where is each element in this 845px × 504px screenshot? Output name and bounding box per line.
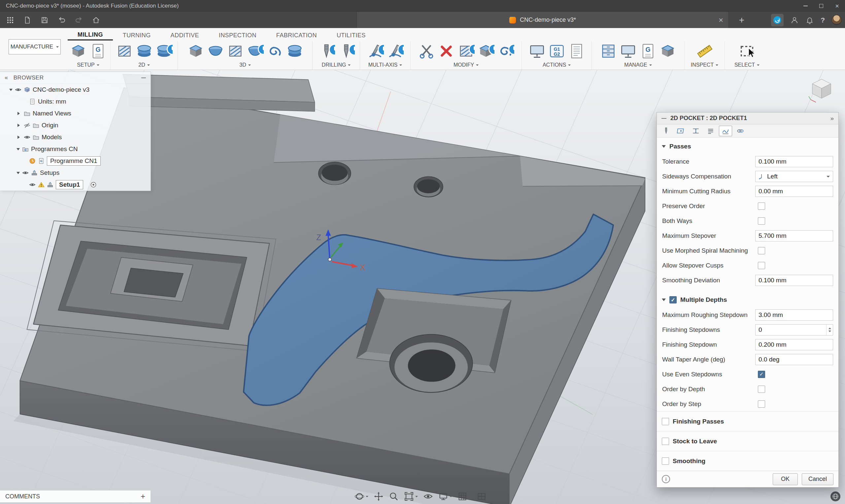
- maximize-button[interactable]: [813, 0, 829, 12]
- look-at-button[interactable]: [423, 491, 433, 501]
- stepper-up-icon[interactable]: [828, 326, 831, 329]
- delete-toolpath-icon[interactable]: [438, 42, 455, 60]
- section-finishing-passes[interactable]: Finishing Passes: [657, 411, 839, 431]
- both-ways-checkbox[interactable]: [758, 217, 765, 224]
- maximum-roughing-stepdown-field[interactable]: 3.00 mm: [755, 309, 833, 321]
- new-tab-button[interactable]: +: [735, 12, 749, 28]
- rotary-op-icon[interactable]: [387, 42, 404, 60]
- eye-icon[interactable]: [22, 169, 29, 176]
- maximum-stepover-field[interactable]: 5.700 mm: [755, 230, 833, 241]
- tab-heights[interactable]: [689, 126, 702, 136]
- spiral-op-icon[interactable]: [266, 42, 284, 60]
- preserve-order-checkbox[interactable]: [758, 202, 765, 210]
- collapse-arrow-icon[interactable]: [17, 124, 21, 127]
- bore-op-icon[interactable]: [338, 42, 355, 60]
- dialog-expand-icon[interactable]: »: [830, 115, 834, 122]
- tab-tool[interactable]: [659, 126, 673, 136]
- group-label-2d[interactable]: 2D: [138, 61, 149, 69]
- redo-icon[interactable]: [75, 16, 83, 24]
- section-passes[interactable]: Passes: [657, 139, 839, 154]
- parallel-op-icon[interactable]: [227, 42, 244, 60]
- tab-linking[interactable]: [734, 126, 747, 136]
- tab-passes-alt[interactable]: [704, 126, 717, 136]
- minimize-button[interactable]: [797, 0, 813, 12]
- notifications-bell-icon[interactable]: [805, 16, 814, 24]
- cancel-button[interactable]: Cancel: [802, 473, 833, 485]
- tree-item-setups[interactable]: Setups: [0, 167, 151, 179]
- minimize-panel-icon[interactable]: [141, 77, 146, 78]
- zoom-button[interactable]: [389, 491, 399, 501]
- group-label-setup[interactable]: SETUP: [77, 61, 99, 69]
- order-by-step-checkbox[interactable]: [758, 400, 765, 408]
- section-expand-icon[interactable]: [662, 299, 666, 301]
- group-label-modify[interactable]: MODIFY: [454, 61, 479, 69]
- stepper-down-icon[interactable]: [828, 330, 831, 334]
- tree-item-units[interactable]: Units: mm: [0, 96, 151, 108]
- dialog-header[interactable]: 2D POCKET : 2D POCKET1 »: [657, 112, 839, 124]
- order-by-depth-checkbox[interactable]: [758, 385, 765, 393]
- wall-taper-angle-field[interactable]: 0.0 deg: [755, 354, 833, 365]
- adaptive-clearing-icon[interactable]: [187, 42, 204, 60]
- expand-arrow-icon[interactable]: [17, 148, 20, 152]
- eye-icon[interactable]: [15, 86, 21, 93]
- collapse-panel-icon[interactable]: «: [5, 74, 8, 81]
- hole-small-1[interactable]: [318, 162, 351, 185]
- expand-arrow-icon[interactable]: [9, 89, 13, 93]
- group-label-multi-axis[interactable]: MULTI-AXIS: [368, 61, 402, 69]
- smoothing-checkbox[interactable]: [662, 457, 669, 465]
- undo-icon[interactable]: [57, 16, 66, 24]
- group-label-select[interactable]: SELECT: [735, 61, 759, 69]
- tree-item-setup1[interactable]: Setup1: [0, 179, 151, 191]
- finishing-stepdowns-stepper[interactable]: 0: [755, 324, 833, 336]
- save-icon[interactable]: [40, 16, 49, 24]
- modify-op-icon[interactable]: [497, 42, 514, 60]
- viewports-button[interactable]: [477, 491, 491, 501]
- collapse-arrow-icon[interactable]: [17, 112, 21, 115]
- tool-library-icon[interactable]: [600, 42, 617, 60]
- measure-ruler-icon[interactable]: [696, 42, 713, 60]
- finishing-passes-checkbox[interactable]: [662, 418, 669, 425]
- allow-stepover-cusps-checkbox[interactable]: [758, 262, 765, 269]
- 3d-pocket-icon[interactable]: [207, 42, 224, 60]
- minimum-cutting-radius-field[interactable]: 0.00 mm: [755, 186, 833, 197]
- morphed-spiral-op-icon[interactable]: [286, 42, 303, 60]
- ok-button[interactable]: OK: [773, 473, 798, 485]
- tree-item-origin[interactable]: Origin: [0, 120, 151, 131]
- tab-geometry[interactable]: [674, 126, 688, 136]
- island-recess[interactable]: [124, 268, 183, 297]
- use-morphed-spiral-machining-checkbox[interactable]: [758, 247, 765, 254]
- expand-arrow-icon[interactable]: [17, 172, 20, 176]
- hole-small-2[interactable]: [414, 177, 443, 197]
- group-label-inspect[interactable]: INSPECT: [691, 61, 718, 69]
- comments-bar[interactable]: COMMENTS +: [0, 490, 151, 503]
- setup-new-icon[interactable]: [70, 42, 87, 60]
- section-multiple-depths[interactable]: ✓ Multiple Depths: [657, 292, 839, 307]
- tree-item-label-selected[interactable]: Programme CN1: [47, 156, 101, 166]
- modify-op-icon[interactable]: [457, 42, 475, 60]
- tree-item-label-selected[interactable]: Setup1: [56, 180, 83, 189]
- group-label-drilling[interactable]: DRILLING: [322, 61, 351, 69]
- tree-item-models[interactable]: Models: [0, 131, 151, 143]
- swarf-op-icon[interactable]: [367, 42, 384, 60]
- display-settings-button[interactable]: [438, 491, 452, 501]
- group-label-actions[interactable]: ACTIONS: [543, 61, 571, 69]
- trim-op-icon[interactable]: [418, 42, 435, 60]
- job-status-globe-button[interactable]: [830, 491, 840, 501]
- tolerance-field[interactable]: 0.100 mm: [755, 156, 833, 167]
- orbit-button[interactable]: [354, 491, 368, 501]
- tree-item-root[interactable]: CNC-demo-piece v3: [0, 84, 151, 96]
- task-manager-icon[interactable]: [619, 42, 637, 60]
- finishing-stepdown-field[interactable]: 0.200 mm: [755, 339, 833, 350]
- user-avatar[interactable]: [831, 15, 842, 25]
- document-tab-close-icon[interactable]: ×: [719, 12, 723, 28]
- eye-icon[interactable]: [29, 181, 36, 188]
- simulate-icon[interactable]: [528, 42, 546, 60]
- profile-icon[interactable]: [790, 16, 799, 24]
- pan-button[interactable]: [374, 491, 384, 501]
- app-grid-icon[interactable]: [6, 16, 15, 24]
- nc-program-icon[interactable]: [89, 42, 107, 60]
- tab-inspection[interactable]: INSPECTION: [209, 30, 266, 40]
- collapse-arrow-icon[interactable]: [17, 136, 21, 139]
- section-smoothing[interactable]: Smoothing: [657, 451, 839, 471]
- group-label-3d[interactable]: 3D: [239, 61, 250, 69]
